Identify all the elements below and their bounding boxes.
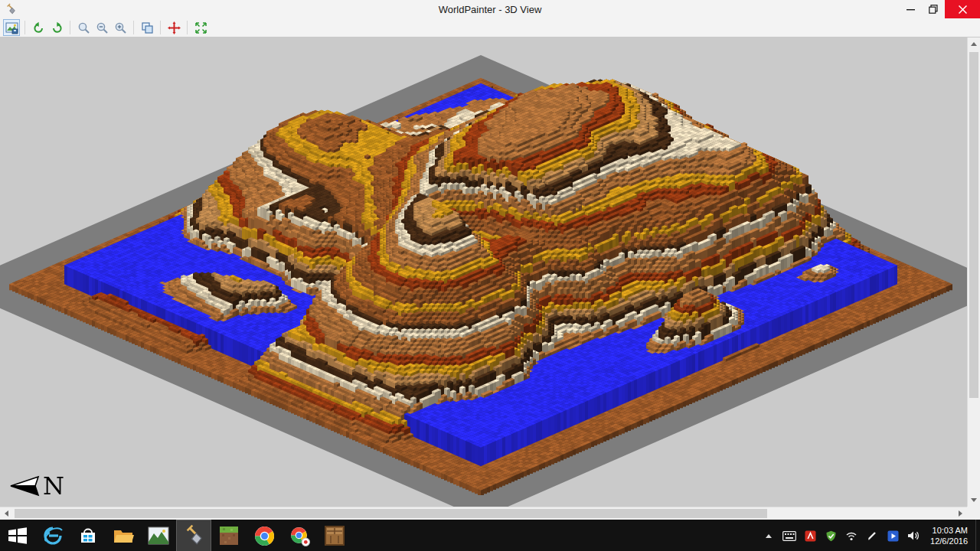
titlebar: WorldPainter - 3D View [0, 0, 980, 18]
pdf-icon [805, 530, 816, 542]
taskbar-item-crafting-tool[interactable] [317, 520, 352, 551]
north-arrow-icon [6, 471, 41, 500]
rotate-left-icon [32, 21, 45, 34]
antivirus-button[interactable] [824, 529, 838, 543]
clock-date: 12/6/2016 [930, 536, 968, 546]
system-tray: 10:03 AM 12/6/2016 [756, 520, 975, 551]
chrome-icon [254, 526, 275, 546]
taskbar-item-worldpainter[interactable] [176, 520, 211, 551]
toolbar-separator [70, 21, 70, 34]
toolbar-separator [160, 21, 161, 34]
windows-store-icon [78, 526, 98, 546]
scrollbar-corner [967, 507, 980, 520]
minimize-icon [906, 5, 915, 14]
hscroll-track[interactable] [13, 507, 954, 520]
taskbar-item-chrome-app[interactable] [282, 520, 317, 551]
rotate-left-button[interactable] [30, 19, 47, 36]
rotate-right-icon [51, 21, 64, 34]
scroll-up-button[interactable] [968, 37, 980, 51]
compass: N [6, 471, 64, 500]
horizontal-scrollbar[interactable] [0, 507, 967, 520]
shovel-icon [5, 3, 17, 15]
volume-icon [907, 530, 920, 541]
shield-icon [825, 530, 837, 542]
chrome-badge-icon [289, 526, 310, 546]
window-controls [899, 0, 980, 18]
fit-window-icon [194, 21, 207, 34]
zoom-reset-icon [77, 21, 90, 34]
taskbar-item-store[interactable] [70, 520, 106, 551]
triangle-left-icon [5, 510, 8, 517]
show-desktop-button[interactable] [975, 520, 980, 551]
network-button[interactable] [844, 529, 858, 543]
minimize-button[interactable] [899, 0, 922, 18]
zoom-reset-button[interactable] [75, 19, 92, 36]
triangle-down-icon [971, 498, 977, 502]
vertical-scrollbar[interactable] [967, 37, 980, 507]
folder-icon [113, 527, 134, 545]
keyboard-icon [782, 531, 796, 541]
3d-view-canvas[interactable] [0, 37, 967, 507]
taskbar-item-file-explorer[interactable] [106, 520, 141, 551]
vscroll-thumb[interactable] [969, 52, 978, 398]
zoom-out-button[interactable] [93, 19, 110, 36]
fit-window-button[interactable] [192, 19, 209, 36]
3d-viewport: N [0, 37, 967, 507]
triangle-up-icon [971, 42, 977, 46]
taskbar-item-minecraft[interactable] [211, 520, 247, 551]
toolbar-separator [187, 21, 188, 34]
export-image-button[interactable] [3, 19, 20, 36]
landscape-photo-icon [148, 527, 169, 545]
restore-button[interactable] [922, 0, 945, 18]
hscroll-thumb[interactable] [15, 509, 767, 518]
rotate-right-button[interactable] [48, 19, 65, 36]
signal-icon [845, 530, 858, 541]
close-button[interactable] [945, 0, 980, 18]
zoom-in-icon [114, 21, 127, 34]
toolbar-separator [133, 21, 134, 34]
toolbar-separator [24, 21, 25, 34]
move-marker-icon [168, 21, 181, 34]
compass-label: N [43, 474, 64, 498]
crafting-table-icon [325, 526, 345, 546]
copy-view-button[interactable] [139, 19, 155, 36]
copy-view-icon [141, 21, 154, 34]
worldpainter-window: WorldPainter - 3D View [0, 0, 980, 551]
window-title: WorldPainter - 3D View [0, 4, 980, 15]
hidden-icons-button[interactable] [762, 529, 776, 543]
export-image-icon [5, 21, 18, 34]
move-marker-button[interactable] [165, 19, 182, 36]
toolbar [0, 18, 980, 37]
chevron-up-icon [766, 534, 772, 538]
zoom-out-icon [96, 21, 109, 34]
grass-block-icon [219, 526, 239, 546]
windows-logo-icon [8, 527, 28, 545]
triangle-right-icon [959, 510, 962, 517]
taskbar-item-photo-viewer[interactable] [141, 520, 176, 551]
taskbar-item-chrome[interactable] [247, 520, 282, 551]
shovel-icon [182, 524, 205, 547]
pen-settings-button[interactable] [865, 529, 879, 543]
main-area: N [0, 37, 980, 520]
clock-time: 10:03 AM [930, 525, 968, 536]
volume-button[interactable] [906, 529, 920, 543]
scroll-right-button[interactable] [954, 507, 967, 520]
pen-icon [867, 530, 877, 541]
vscroll-track[interactable] [968, 51, 980, 494]
media-player-button[interactable] [886, 529, 900, 543]
zoom-in-button[interactable] [112, 19, 129, 36]
media-icon [887, 530, 899, 542]
touch-keyboard-button[interactable] [782, 529, 796, 543]
pdf-app-button[interactable] [803, 529, 817, 543]
internet-explorer-icon [42, 525, 64, 546]
restore-icon [929, 5, 938, 14]
start-button[interactable] [0, 520, 35, 551]
taskbar-item-internet-explorer[interactable] [35, 520, 70, 551]
clock[interactable]: 10:03 AM 12/6/2016 [927, 525, 971, 546]
close-icon [959, 5, 967, 14]
scroll-left-button[interactable] [0, 507, 13, 520]
scroll-down-button[interactable] [968, 494, 980, 507]
taskbar: 10:03 AM 12/6/2016 [0, 520, 980, 551]
